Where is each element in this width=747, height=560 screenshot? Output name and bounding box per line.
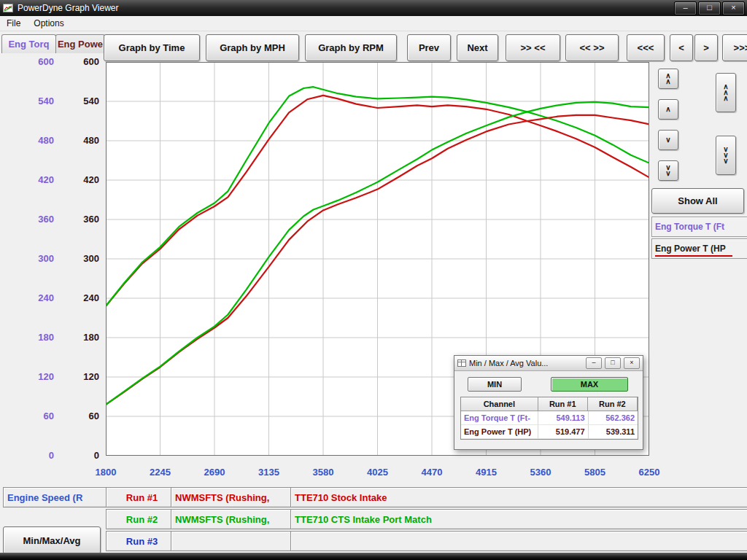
run1-file-box: NWMSFTS (Rushing, <box>171 487 296 508</box>
show-all-button[interactable]: Show All <box>651 188 744 214</box>
menu-options[interactable]: Options <box>27 17 70 30</box>
rpm-axis-tick: 6250 <box>629 467 670 478</box>
rpm-axis-tick: 4025 <box>357 467 398 478</box>
minmax-title-bar[interactable]: Min / Max / Avg Valu... – □ × <box>454 356 643 371</box>
rpm-axis-labels: 1800224526903135358040254470491553605805… <box>106 467 649 478</box>
chevron-up-icon: ∧ <box>723 96 728 101</box>
prev-button[interactable]: Prev <box>407 34 451 61</box>
run3-label: Run #3 <box>126 536 158 547</box>
scale-up-button[interactable]: ∧ <box>658 99 678 120</box>
channel-eng-torque[interactable]: Eng Torque T (Ft <box>651 217 747 237</box>
run1-desc-box: TTE710 Stock Intake <box>290 487 747 508</box>
rpm-axis-tick: 5805 <box>575 467 616 478</box>
scale-up-fast-button[interactable]: ∧ ∧ <box>658 69 678 89</box>
torque-axis-tick: 0 <box>49 450 54 461</box>
torque-axis-tick: 600 <box>38 56 54 67</box>
shift-up-button[interactable]: ∧ ∧ ∧ <box>716 73 736 112</box>
minmax-window-icon <box>457 359 466 367</box>
graph-by-rpm-button[interactable]: Graph by RPM <box>305 34 397 61</box>
torque-axis-tick: 60 <box>44 411 54 421</box>
run2-desc: TTE710 CTS Intake Port Match <box>295 514 432 525</box>
torque-axis-tick: 540 <box>38 96 54 106</box>
fast-left-button[interactable]: <<< <box>627 34 665 61</box>
step-left-button[interactable]: < <box>670 34 693 61</box>
run2-file-box: NWMSFTS (Rushing, <box>171 509 296 529</box>
chevron-down-icon: ∨ <box>723 158 728 164</box>
step-right-button[interactable]: > <box>694 34 718 61</box>
close-button[interactable]: × <box>722 1 745 15</box>
powerdyne-window: PowerDyne Graph Viewer – □ × File Option… <box>0 0 747 560</box>
power-axis-tick: 480 <box>83 135 99 146</box>
run2-file: NWMSFTS (Rushing, <box>175 514 269 525</box>
torque-axis-labels: 060120180240300360420480540600 <box>20 62 54 456</box>
power-axis-tick: 360 <box>83 214 99 225</box>
tab-eng-power[interactable]: Eng Powe <box>55 34 105 53</box>
run1-label-box: Run #1 <box>106 487 178 508</box>
minmax-table: Channel Run #1 Run #2 Eng Torque T (Ft- … <box>460 397 638 440</box>
minmax-minimize-button[interactable]: – <box>586 357 602 369</box>
power-axis-tick: 600 <box>83 56 99 67</box>
diverge-button[interactable]: << >> <box>565 34 619 61</box>
max-button[interactable]: MAX <box>551 377 628 392</box>
torque-axis-tick: 480 <box>38 135 54 146</box>
menu-file[interactable]: File <box>0 17 27 30</box>
shift-down-button[interactable]: ∨ ∨ ∨ <box>716 136 736 175</box>
minmax-close-button[interactable]: × <box>624 357 640 369</box>
run3-file-box <box>171 531 296 551</box>
chevron-down-icon: ∨ <box>665 137 670 143</box>
scale-down-button[interactable]: ∨ <box>658 130 678 150</box>
power-axis-tick: 540 <box>83 96 99 106</box>
active-run-underline <box>655 255 732 257</box>
rpm-axis-tick: 1800 <box>85 467 126 478</box>
window-title: PowerDyne Graph Viewer <box>18 3 673 13</box>
torque-axis-tick: 360 <box>38 214 54 225</box>
app-icon <box>3 4 13 12</box>
torque-axis-tick: 120 <box>38 371 54 382</box>
power-max-run2: 539.311 <box>589 425 638 439</box>
table-row-power: Eng Power T (HP) 519.477 539.311 <box>461 425 638 439</box>
power-axis-labels: 060120180240300360420480540600 <box>66 62 99 456</box>
torque-max-run2: 562.362 <box>589 411 638 425</box>
minmax-mode-row: MIN MAX <box>468 377 637 392</box>
run1-file: NWMSFTS (Rushing, <box>175 492 269 503</box>
x-channel-label: Engine Speed (R <box>7 492 82 503</box>
channel-eng-power[interactable]: Eng Power T (HP <box>651 238 747 259</box>
torque-axis-tick: 180 <box>38 332 54 343</box>
run1-label: Run #1 <box>126 492 158 503</box>
graph-by-time-button[interactable]: Graph by Time <box>104 34 200 61</box>
title-bar: PowerDyne Graph Viewer – □ × <box>0 0 747 16</box>
torque-channel-name: Eng Torque T (Ft- <box>461 411 538 425</box>
column-header-run1[interactable]: Run #1 <box>538 397 588 411</box>
min-max-avg-button[interactable]: Min/Max/Avg <box>3 526 101 554</box>
minmax-restore-button[interactable]: □ <box>605 357 621 369</box>
torque-max-run1: 549.113 <box>538 411 588 425</box>
minimize-button[interactable]: – <box>674 1 697 15</box>
column-header-channel[interactable]: Channel <box>461 397 538 411</box>
min-button[interactable]: MIN <box>468 377 522 392</box>
tab-eng-torque[interactable]: Eng Torq <box>1 34 56 53</box>
run2-label-box: Run #2 <box>106 509 178 529</box>
next-button[interactable]: Next <box>457 34 498 61</box>
power-channel-name: Eng Power T (HP) <box>461 425 538 439</box>
power-axis-tick: 0 <box>94 450 99 461</box>
minmax-body: MIN MAX Channel Run #1 Run #2 Eng Torque… <box>454 371 643 440</box>
column-header-run2[interactable]: Run #2 <box>588 397 638 411</box>
fast-right-button[interactable]: >>> <box>722 34 747 61</box>
converge-button[interactable]: >> << <box>506 34 560 61</box>
power-max-run1: 519.477 <box>538 425 588 439</box>
chevron-up-icon: ∧ <box>665 79 670 85</box>
channel-eng-power-label: Eng Power T (HP <box>655 244 726 254</box>
maximize-button[interactable]: □ <box>698 1 721 15</box>
scale-down-fast-button[interactable]: ∨ ∨ <box>658 160 678 181</box>
rpm-axis-tick: 3580 <box>303 467 344 478</box>
power-axis-tick: 120 <box>83 371 99 382</box>
torque-axis-tick: 420 <box>38 174 54 185</box>
rpm-axis-tick: 3135 <box>249 467 290 478</box>
power-axis-tick: 180 <box>83 332 99 343</box>
rpm-axis-tick: 2690 <box>194 467 235 478</box>
rpm-axis-tick: 4915 <box>466 467 507 478</box>
table-header-row: Channel Run #1 Run #2 <box>461 397 638 411</box>
graph-by-mph-button[interactable]: Graph by MPH <box>206 34 299 61</box>
menu-bar: File Options <box>0 16 747 31</box>
power-axis-tick: 60 <box>89 411 99 421</box>
